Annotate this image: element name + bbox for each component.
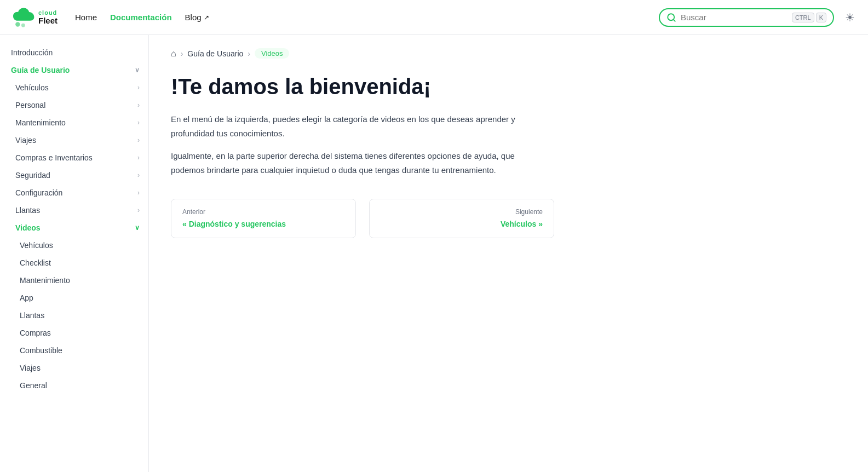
breadcrumb-home-icon[interactable]: ⌂ (171, 49, 176, 59)
prev-nav-card[interactable]: Anterior « Diagnóstico y sugerencias (171, 199, 356, 238)
chevron-right-icon: › (137, 154, 140, 162)
body-paragraph-1: En el menú de la izquierda, puedes elegi… (171, 112, 543, 140)
ctrl-key: CTRL (792, 13, 814, 22)
chevron-right-icon: › (137, 189, 140, 197)
search-bar: CTRL K (659, 8, 834, 27)
logo[interactable]: cloud Fleet (13, 8, 58, 27)
chevron-right-icon: › (137, 101, 140, 109)
main-content: ⌂ › Guía de Usuario › Videos !Te damos l… (149, 35, 868, 472)
sidebar-item-seguridad[interactable]: Seguridad › (0, 166, 148, 184)
external-link-icon: ↗ (204, 14, 209, 21)
chevron-right-icon: › (137, 171, 140, 179)
sidebar-item-videos-checklist[interactable]: Checklist (0, 254, 148, 272)
prev-title: « Diagnóstico y sugerencias (182, 220, 286, 228)
logo-text: cloud Fleet (38, 9, 58, 25)
pagination-nav: Anterior « Diagnóstico y sugerencias Sig… (171, 199, 554, 238)
chevron-down-icon: ∨ (135, 66, 140, 74)
header: cloud Fleet Home Documentación Blog ↗ CT… (0, 0, 868, 35)
sidebar-item-vehiculos[interactable]: Vehículos › (0, 79, 148, 96)
sidebar-item-videos[interactable]: Videos ∨ (0, 219, 148, 237)
sidebar-item-compras-inventarios[interactable]: Compras e Inventarios › (0, 149, 148, 166)
sidebar-item-viajes[interactable]: Viajes › (0, 131, 148, 149)
k-key: K (816, 13, 826, 22)
breadcrumb-separator: › (181, 49, 183, 58)
breadcrumb-guia-usuario[interactable]: Guía de Usuario (187, 49, 243, 58)
sidebar-item-videos-combustible[interactable]: Combustible (0, 342, 148, 359)
breadcrumb-current: Videos (255, 48, 290, 59)
svg-point-1 (21, 23, 25, 27)
sidebar-item-videos-llantas[interactable]: Llantas (0, 307, 148, 324)
search-input[interactable] (681, 13, 787, 22)
body-paragraph-2: Igualmente, en la parte superior derecha… (171, 149, 543, 177)
cloudfleet-logo-icon (13, 8, 35, 27)
sidebar-item-configuracion[interactable]: Configuración › (0, 184, 148, 202)
next-label: Siguiente (381, 208, 543, 216)
sidebar: Introducción Guía de Usuario ∨ Vehículos… (0, 35, 149, 472)
keyboard-shortcut: CTRL K (792, 13, 826, 22)
svg-line-3 (673, 19, 675, 21)
next-nav-card[interactable]: Siguiente Vehículos » (369, 199, 554, 238)
sidebar-item-videos-mantenimiento[interactable]: Mantenimiento (0, 272, 148, 289)
sidebar-item-llantas[interactable]: Llantas › (0, 202, 148, 219)
main-nav: Home Documentación Blog ↗ (75, 13, 209, 22)
sidebar-item-videos-compras[interactable]: Compras (0, 324, 148, 342)
sidebar-item-introduccion[interactable]: Introducción (0, 44, 148, 61)
next-title: Vehículos » (501, 220, 543, 228)
chevron-right-icon: › (137, 206, 140, 214)
sidebar-item-videos-viajes[interactable]: Viajes (0, 359, 148, 377)
nav-blog[interactable]: Blog ↗ (185, 13, 209, 22)
sidebar-item-videos-app[interactable]: App (0, 289, 148, 307)
sidebar-item-guia-usuario[interactable]: Guía de Usuario ∨ (0, 61, 148, 79)
breadcrumb-separator-2: › (248, 49, 250, 58)
chevron-right-icon: › (137, 119, 140, 126)
chevron-right-icon: › (137, 84, 140, 91)
nav-home[interactable]: Home (75, 13, 97, 22)
theme-toggle-button[interactable]: ☀ (845, 11, 855, 24)
nav-documentacion[interactable]: Documentación (110, 13, 172, 22)
sidebar-item-videos-general[interactable]: General (0, 377, 148, 394)
sidebar-item-mantenimiento[interactable]: Mantenimiento › (0, 114, 148, 131)
breadcrumb: ⌂ › Guía de Usuario › Videos (171, 48, 846, 59)
prev-label: Anterior (182, 208, 344, 216)
sidebar-item-personal[interactable]: Personal › (0, 96, 148, 114)
chevron-right-icon: › (137, 136, 140, 144)
sidebar-item-videos-vehiculos[interactable]: Vehículos (0, 237, 148, 254)
page-title: !Te damos la bienvenida¡ (171, 74, 846, 99)
search-icon (666, 13, 676, 22)
sun-icon: ☀ (845, 11, 855, 24)
svg-point-0 (15, 22, 20, 26)
chevron-down-icon: ∨ (135, 224, 140, 232)
page-layout: Introducción Guía de Usuario ∨ Vehículos… (0, 35, 868, 472)
